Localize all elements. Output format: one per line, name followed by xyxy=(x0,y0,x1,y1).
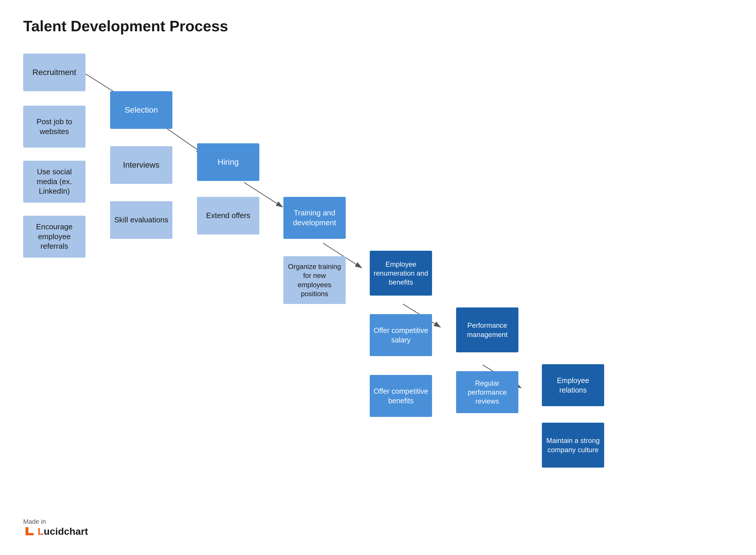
box-skill-eval[interactable]: Skill evaluations xyxy=(110,201,172,239)
box-post-job[interactable]: Post job to websites xyxy=(23,106,85,147)
lucidchart-logo: Lucidchart xyxy=(23,525,88,538)
footer: Made in Lucidchart xyxy=(23,518,88,538)
box-interviews[interactable]: Interviews xyxy=(110,146,172,184)
box-strong-culture[interactable]: Maintain a strong company culture xyxy=(542,423,604,468)
box-referrals[interactable]: Encourage employee referrals xyxy=(23,216,85,258)
lucidchart-icon xyxy=(23,525,36,538)
box-offer-benefits[interactable]: Offer competitive benefits xyxy=(370,375,432,417)
box-employee-remuneration[interactable]: Employee renumeration and benefits xyxy=(370,251,432,296)
box-hiring[interactable]: Hiring xyxy=(197,143,260,181)
footer-made-in-label: Made in xyxy=(23,518,46,525)
box-social-media[interactable]: Use social media (ex. LinkedIn) xyxy=(23,161,85,203)
box-selection[interactable]: Selection xyxy=(110,91,172,129)
box-regular-reviews[interactable]: Regular performance reviews xyxy=(456,371,518,413)
box-employee-relations[interactable]: Employee relations xyxy=(542,364,604,406)
box-training-dev[interactable]: Training and development xyxy=(283,197,346,239)
page-title: Talent Development Process xyxy=(23,17,228,35)
box-extend-offers[interactable]: Extend offers xyxy=(197,197,260,234)
box-recruitment[interactable]: Recruitment xyxy=(23,53,85,91)
box-offer-salary[interactable]: Offer competitive salary xyxy=(370,314,432,356)
box-organize-training[interactable]: Organize training for new employees posi… xyxy=(283,256,346,304)
box-performance-mgmt[interactable]: Performance management xyxy=(456,307,518,352)
lucidchart-brand-text: Lucidchart xyxy=(38,526,88,537)
